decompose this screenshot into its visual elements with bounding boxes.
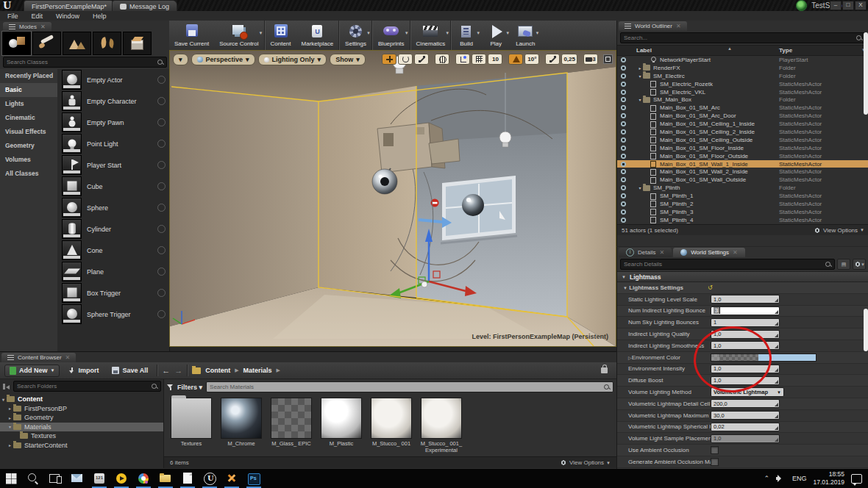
setting-control[interactable]: Volumetric Lightmap Volumetric Lightmap▼ [711,387,868,397]
expander-icon[interactable]: ▾ [0,397,7,402]
lock-icon[interactable] [601,367,608,373]
visibility-eye-icon[interactable] [620,81,627,87]
asset-item[interactable]: Textures [170,398,213,447]
visibility-eye-icon[interactable] [620,96,627,103]
numeric-field[interactable]: 200,0 [711,399,780,408]
setting-control[interactable]: 3 3▼ [711,306,868,315]
folder-tree-row[interactable]: ▸ FirstPersonBP [0,404,163,414]
dropdown-field[interactable]: Volumetric Lightmap▼ [711,387,784,397]
property-matrix-button[interactable]: ▤ [837,259,850,270]
breadcrumb-materials[interactable]: Materials [243,367,272,374]
clock[interactable]: 18:5517.01.2019 [813,470,844,486]
viewport[interactable]: ▾ Perspective ▾ Lighting Only ▾ Show ▾ 1… [169,50,616,347]
category-item[interactable]: Recently Placed [0,69,57,83]
visibility-eye-icon[interactable] [620,73,627,79]
expander-icon[interactable]: ▾ [7,424,13,429]
toolbar-button[interactable]: Settings ▼ [340,21,372,50]
folder-tree-row[interactable]: ▸ StarterContent [0,441,163,451]
toolbar-button[interactable]: Save Current [169,21,214,50]
outliner-row[interactable]: Main_Box_01_SM_Arc StaticMeshActor [617,104,868,112]
scale-snap-button[interactable] [545,54,560,65]
taskbar-app-button[interactable] [44,469,66,488]
taskbar-app-button[interactable] [66,469,88,488]
forward-arrow-icon[interactable]: → [174,366,182,375]
chevron-down-icon[interactable]: ▼ [505,31,510,35]
tab-message-log[interactable]: Message Log [112,0,177,12]
place-item[interactable]: Player Start [57,154,169,176]
close-icon[interactable]: ✕ [65,354,71,361]
tray-chevron-icon[interactable]: ⌃ [764,475,769,482]
content-browser-tab[interactable]: Content Browser ✕ [1,353,76,362]
folder-tree-row[interactable]: ▾ Content [0,395,163,404]
category-item[interactable]: All Classes [0,167,57,181]
tab-details[interactable]: iDetails✕ [619,248,672,257]
place-item[interactable]: Cone [57,240,169,261]
grid-snap-button[interactable] [472,54,486,65]
mode-geometry-button[interactable] [123,32,152,55]
chevron-down-icon[interactable]: ▼ [445,31,449,35]
setting-row[interactable]: Volumetric Lightmap Maximum 30,0 30,0▼ [617,410,868,422]
numeric-field[interactable]: 30,0 [711,411,780,420]
place-item[interactable]: Empty Pawn [57,112,169,133]
numeric-field[interactable]: 3 [711,306,780,315]
angle-snap-value[interactable]: 10° [524,54,539,65]
toolbar-button[interactable]: Blueprints ▼ [373,21,410,50]
maximize-button[interactable]: □ [842,1,854,10]
toolbar-button[interactable]: Launch ▼ [511,21,540,50]
tab-level[interactable]: FirstPersonExampleMap* [24,0,115,12]
perspective-button[interactable]: Perspective ▾ [191,54,255,65]
visibility-eye-icon[interactable] [620,217,627,223]
asset-item[interactable]: M_Chrome [220,398,263,447]
category-item[interactable]: Cinematic [0,111,57,125]
outliner-row[interactable]: Main_Box_01_SM_Ceiling_Outside StaticMes… [617,136,868,144]
chevron-down-icon[interactable]: ▼ [366,31,371,35]
expander-icon[interactable]: ▸ [7,442,13,448]
setting-control[interactable]: 1,0 1,0▼ [711,376,868,385]
setting-row[interactable]: Indirect Lighting Smoothness 1,0 1,0▼ [617,340,868,352]
visibility-eye-icon[interactable] [620,137,627,143]
setting-row[interactable]: Indirect Lighting Quality 1,0 1,0▼ [617,329,868,340]
menu-item[interactable]: Window [56,12,79,20]
chevron-down-icon[interactable]: ▼ [259,31,263,35]
visibility-eye-icon[interactable] [620,209,627,215]
setting-control[interactable]: 200,0 200,0▼ [711,399,868,408]
numeric-field[interactable]: 1,0 [711,365,780,373]
asset-item[interactable]: M_Glass_ EPIC [270,398,313,447]
visibility-eye-icon[interactable] [620,89,627,96]
outliner-row[interactable]: NetworkPlayerStart PlayerStart [617,56,868,64]
world-outliner-tab[interactable]: World Outliner ✕ [619,21,687,31]
visibility-eye-icon[interactable] [620,104,627,111]
visibility-eye-icon[interactable] [620,129,627,135]
import-button[interactable]: Import [64,365,103,376]
search-assets-input[interactable] [207,384,604,390]
tab-world-settings[interactable]: World Settings✕ [673,248,745,257]
add-new-button[interactable]: Add New▼ [4,365,60,377]
grid-snap-value[interactable]: 10 [488,54,502,65]
expander-icon[interactable]: ▾ [637,73,643,79]
numeric-field[interactable]: 1,0 [711,295,780,304]
setting-row[interactable]: Static Lighting Level Scale 1,0 1,0▼ [617,294,868,306]
breadcrumb-content[interactable]: Content [205,367,230,374]
setting-row[interactable]: Volumetric Lightmap Detail Cell 200,0 20… [617,398,868,410]
toolbar-button[interactable]: Build ▼ [452,21,481,50]
taskbar-app-button[interactable] [132,469,154,488]
folder-tree-row[interactable]: Textures [0,431,163,441]
viewport-options-dropdown[interactable]: ▾ [173,54,188,65]
expander-icon[interactable]: ▾ [637,185,643,190]
outliner-row[interactable]: SM_Electric_VKL StaticMeshActor [617,88,868,96]
toolbar-button[interactable]: Marketplace [296,21,340,50]
outliner-row[interactable]: SM_Plinth_1 StaticMeshActor [617,192,868,200]
outliner-row[interactable]: Main_Box_01_SM_Wall_2_Inside StaticMeshA… [617,168,868,176]
outliner-row[interactable]: Main_Box_01_SM_Floor_Outside StaticMeshA… [617,152,868,160]
numeric-field[interactable]: 1 [711,318,780,327]
mode-place-button[interactable] [2,32,31,55]
visibility-eye-icon[interactable] [620,193,627,199]
taskbar-app-button[interactable] [199,469,221,488]
close-button[interactable]: X [855,1,867,10]
mode-foliage-button[interactable] [93,32,121,55]
taskbar-app-button[interactable] [110,469,132,488]
save-all-button[interactable]: Save All [107,365,152,376]
menu-item[interactable]: Edit [32,12,43,20]
mode-paint-button[interactable] [32,32,61,55]
place-item[interactable]: Point Light [57,133,169,154]
